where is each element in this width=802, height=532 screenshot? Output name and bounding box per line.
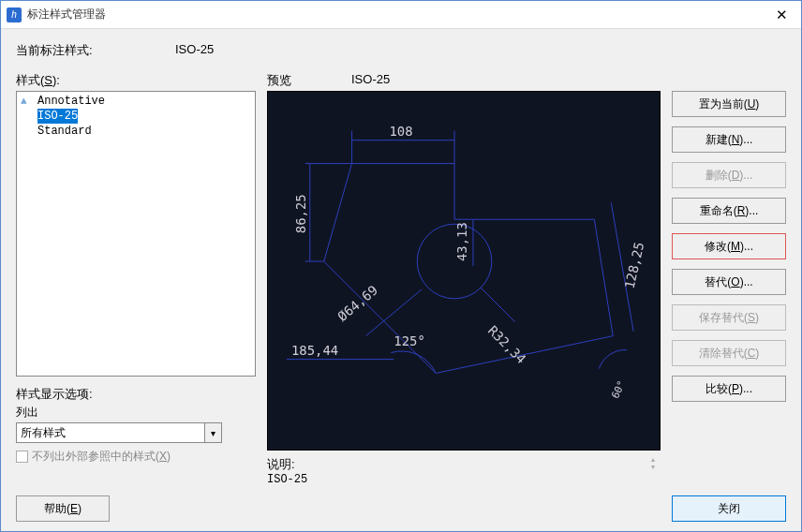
filter-combo[interactable]: 所有样式 ▾ bbox=[16, 422, 222, 443]
checkbox-icon bbox=[16, 451, 28, 463]
preview-canvas: 108 86,25 43,13 Ø64,69 bbox=[267, 91, 661, 451]
clear-override-button: 清除替代(C) bbox=[672, 340, 786, 366]
delete-button: 删除(D)... bbox=[672, 162, 786, 188]
checkbox-label: 不列出外部参照中的样式(X) bbox=[32, 449, 171, 465]
titlebar: h 标注样式管理器 ✕ bbox=[1, 1, 801, 29]
rename-button[interactable]: 重命名(R)... bbox=[672, 198, 786, 224]
styles-listbox[interactable]: ▲ Annotative ISO-25 Standard bbox=[16, 91, 256, 377]
list-item-label: ISO-25 bbox=[37, 109, 78, 124]
chevron-down-icon[interactable]: ▾ bbox=[204, 423, 221, 442]
description-label: 说明: bbox=[267, 456, 638, 473]
help-button[interactable]: 帮助(E) bbox=[16, 495, 110, 522]
dim-mid: 43,13 bbox=[454, 222, 469, 261]
filter-combo-value: 所有样式 bbox=[17, 425, 204, 441]
dim-diag: Ø64,69 bbox=[334, 282, 380, 324]
dimension-style-manager-dialog: h 标注样式管理器 ✕ 当前标注样式: ISO-25 样式(S): ▲ Anno… bbox=[0, 0, 802, 532]
list-item[interactable]: Standard bbox=[19, 124, 253, 139]
dim-right: 128,25 bbox=[621, 241, 646, 290]
styles-label: 样式(S): bbox=[16, 72, 256, 89]
dim-bottom: 185,44 bbox=[291, 343, 338, 358]
description-value: ISO-25 bbox=[267, 473, 642, 486]
current-style-row: 当前标注样式: ISO-25 bbox=[16, 42, 786, 59]
override-button[interactable]: 替代(O)... bbox=[672, 269, 786, 295]
display-options-sublabel: 列出 bbox=[16, 405, 256, 421]
list-item[interactable]: ▲ Annotative bbox=[19, 94, 253, 109]
dim-tiny: 60° bbox=[609, 378, 628, 400]
dim-angle: 125° bbox=[394, 333, 425, 348]
dim-top: 108 bbox=[389, 124, 412, 139]
compare-button[interactable]: 比较(P)... bbox=[672, 376, 786, 402]
hide-xref-checkbox: 不列出外部参照中的样式(X) bbox=[16, 449, 256, 465]
current-style-label: 当前标注样式: bbox=[16, 42, 175, 59]
app-icon: h bbox=[7, 7, 22, 22]
preview-style-name: ISO-25 bbox=[351, 72, 390, 89]
new-button[interactable]: 新建(N)... bbox=[672, 126, 786, 153]
dim-left: 86,25 bbox=[293, 194, 308, 233]
annotative-icon: ▲ bbox=[21, 94, 34, 109]
current-style-value: ISO-25 bbox=[175, 42, 214, 59]
dim-radius: R32,34 bbox=[485, 322, 529, 366]
set-current-button[interactable]: 置为当前(U) bbox=[672, 91, 786, 117]
list-item-label: Standard bbox=[37, 124, 92, 139]
svg-line-9 bbox=[481, 288, 515, 322]
close-icon[interactable]: ✕ bbox=[762, 1, 801, 29]
list-item[interactable]: ISO-25 bbox=[19, 109, 253, 124]
chevron-down-icon[interactable]: ▾ bbox=[646, 464, 661, 471]
description-scroll[interactable]: ▴ ▾ bbox=[646, 456, 661, 471]
save-override-button: 保存替代(S) bbox=[672, 304, 786, 331]
display-options-label: 样式显示选项: bbox=[16, 386, 256, 403]
list-item-label: Annotative bbox=[37, 94, 105, 109]
modify-button[interactable]: 修改(M)... bbox=[672, 233, 786, 259]
close-button[interactable]: 关闭 bbox=[672, 495, 786, 522]
window-title: 标注样式管理器 bbox=[27, 7, 762, 22]
preview-label: 预览 bbox=[267, 72, 351, 89]
